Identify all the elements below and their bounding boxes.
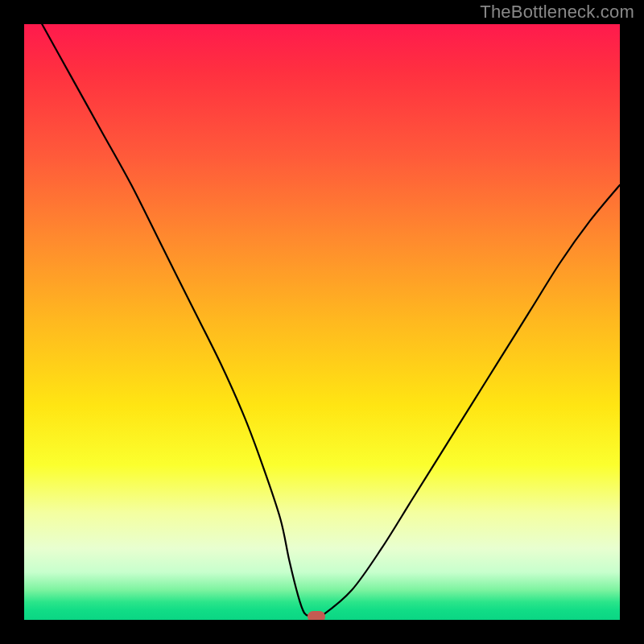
bottleneck-chart: TheBottleneck.com (0, 0, 644, 644)
bottleneck-curve (42, 24, 620, 617)
optimal-point-marker (308, 611, 325, 620)
watermark-text: TheBottleneck.com (480, 2, 634, 23)
curve-layer (24, 24, 620, 620)
plot-area (24, 24, 620, 620)
